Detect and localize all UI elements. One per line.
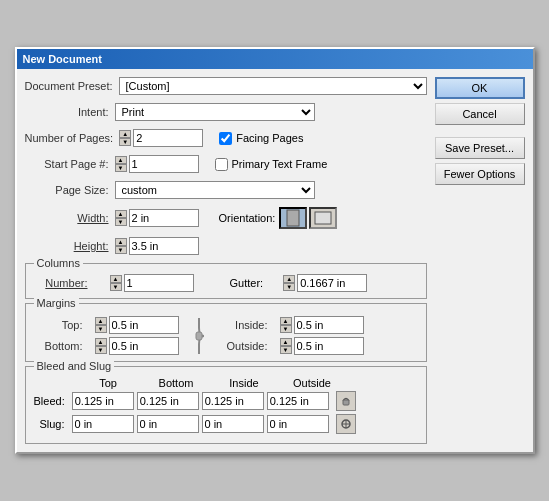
margin-bottom-up[interactable]: ▲ — [95, 338, 107, 346]
pages-input[interactable] — [136, 132, 200, 144]
orientation-buttons — [279, 207, 337, 229]
fewer-options-button[interactable]: Fewer Options — [435, 163, 525, 185]
gutter-input[interactable] — [300, 277, 364, 289]
slug-inside-input[interactable] — [203, 418, 263, 430]
columns-up-btn[interactable]: ▲ — [110, 275, 122, 283]
facing-pages-checkbox[interactable] — [219, 132, 232, 145]
margins-bottom-label: Bottom: — [34, 340, 89, 352]
columns-number-spinner: ▲ ▼ — [110, 274, 194, 292]
height-input[interactable] — [132, 240, 196, 252]
page-size-select[interactable]: custom — [115, 181, 315, 199]
margins-link-icon[interactable] — [191, 321, 207, 351]
margins-bottom-row: Bottom: ▲▼ — [34, 337, 179, 355]
svg-rect-0 — [287, 210, 299, 226]
bleed-top-input[interactable] — [73, 395, 133, 407]
columns-input[interactable] — [127, 277, 191, 289]
slug-bottom-input[interactable] — [138, 418, 198, 430]
pages-up-btn[interactable]: ▲ — [119, 130, 131, 138]
gutter-down-btn[interactable]: ▼ — [283, 283, 295, 291]
columns-number-label: Number: — [34, 277, 94, 289]
primary-text-frame-row: Primary Text Frame — [215, 158, 328, 171]
facing-pages-row: Facing Pages — [219, 132, 303, 145]
margins-top-label: Top: — [34, 319, 89, 331]
margin-inside-input[interactable] — [297, 319, 361, 331]
bleed-inside-input[interactable] — [203, 395, 263, 407]
start-page-up-btn[interactable]: ▲ — [115, 156, 127, 164]
main-panel: Document Preset: [Custom] Intent: Print … — [25, 77, 427, 444]
margin-outside-down[interactable]: ▼ — [280, 346, 292, 354]
pages-label: Number of Pages: — [25, 132, 120, 144]
pages-input-box — [133, 129, 203, 147]
start-page-down-btn[interactable]: ▼ — [115, 164, 127, 172]
bleed-bottom-input-box — [137, 392, 199, 410]
margin-top-up[interactable]: ▲ — [95, 317, 107, 325]
height-label: Height: — [25, 240, 115, 252]
primary-text-frame-checkbox[interactable] — [215, 158, 228, 171]
margin-inside-down[interactable]: ▼ — [280, 325, 292, 333]
bleed-outside-input-box — [267, 392, 329, 410]
bleed-link-icon[interactable] — [336, 391, 356, 411]
bleed-outside-input[interactable] — [268, 395, 328, 407]
side-panel: OK Cancel Save Preset... Fewer Options — [435, 77, 525, 444]
height-spinner: ▲ ▼ — [115, 237, 199, 255]
bleed-inside-header: Inside — [212, 377, 277, 389]
bleed-outside-header: Outside — [280, 377, 345, 389]
margin-inside-up[interactable]: ▲ — [280, 317, 292, 325]
width-input-box — [129, 209, 199, 227]
save-preset-button[interactable]: Save Preset... — [435, 137, 525, 159]
margin-top-down[interactable]: ▼ — [95, 325, 107, 333]
slug-top-input[interactable] — [73, 418, 133, 430]
pages-down-btn[interactable]: ▼ — [119, 138, 131, 146]
new-document-dialog: New Document Document Preset: [Custom] I… — [15, 47, 535, 454]
facing-pages-label: Facing Pages — [236, 132, 303, 144]
width-spinner-btns: ▲ ▼ — [115, 210, 127, 226]
width-label: Width: — [25, 212, 115, 224]
height-row: Height: ▲ ▼ — [25, 237, 427, 255]
bleed-row-label: Bleed: — [34, 395, 69, 407]
margin-bottom-input[interactable] — [112, 340, 176, 352]
margins-inside-label: Inside: — [219, 319, 274, 331]
height-down-btn[interactable]: ▼ — [115, 246, 127, 254]
margin-top-input[interactable] — [112, 319, 176, 331]
landscape-btn[interactable] — [309, 207, 337, 229]
columns-number-spinner-btns: ▲ ▼ — [110, 275, 122, 291]
page-size-label: Page Size: — [25, 184, 115, 196]
start-page-spinner-btns: ▲ ▼ — [115, 156, 127, 172]
margins-section: Margins Top: ▲▼ Bottom: — [25, 303, 427, 362]
ok-button[interactable]: OK — [435, 77, 525, 99]
margin-outside-up[interactable]: ▲ — [280, 338, 292, 346]
margins-bottom-spinner: ▲▼ — [95, 337, 179, 355]
slug-link-icon[interactable] — [336, 414, 356, 434]
width-orientation-row: Width: ▲ ▼ Orientation: — [25, 207, 427, 229]
bleed-slug-content: Top Bottom Inside Outside Bleed: — [34, 377, 418, 434]
columns-input-box — [124, 274, 194, 292]
start-page-spinner: ▲ ▼ — [115, 155, 199, 173]
slug-outside-input[interactable] — [268, 418, 328, 430]
width-down-btn[interactable]: ▼ — [115, 218, 127, 226]
primary-text-frame-label: Primary Text Frame — [232, 158, 328, 170]
bleed-slug-label: Bleed and Slug — [34, 360, 115, 372]
start-page-label: Start Page #: — [25, 158, 115, 170]
slug-inside-input-box — [202, 415, 264, 433]
columns-down-btn[interactable]: ▼ — [110, 283, 122, 291]
margin-bottom-down[interactable]: ▼ — [95, 346, 107, 354]
margins-outside-spinner: ▲▼ — [280, 337, 364, 355]
orientation-label: Orientation: — [219, 212, 276, 224]
height-up-btn[interactable]: ▲ — [115, 238, 127, 246]
bleed-bottom-input[interactable] — [138, 395, 198, 407]
width-input[interactable] — [132, 212, 196, 224]
preset-label: Document Preset: — [25, 80, 119, 92]
margin-outside-input[interactable] — [297, 340, 361, 352]
start-page-input-box — [129, 155, 199, 173]
gutter-up-btn[interactable]: ▲ — [283, 275, 295, 283]
start-page-input[interactable] — [132, 158, 196, 170]
gutter-spinner-btns: ▲ ▼ — [283, 275, 295, 291]
pages-row: Number of Pages: ▲ ▼ Facing Pages — [25, 129, 427, 147]
preset-select[interactable]: [Custom] — [119, 77, 427, 95]
portrait-btn[interactable] — [279, 207, 307, 229]
preset-row: Document Preset: [Custom] — [25, 77, 427, 95]
width-up-btn[interactable]: ▲ — [115, 210, 127, 218]
margins-right-grid: Inside: ▲▼ Outside: ▲▼ — [219, 316, 364, 355]
intent-select[interactable]: Print — [115, 103, 315, 121]
cancel-button[interactable]: Cancel — [435, 103, 525, 125]
